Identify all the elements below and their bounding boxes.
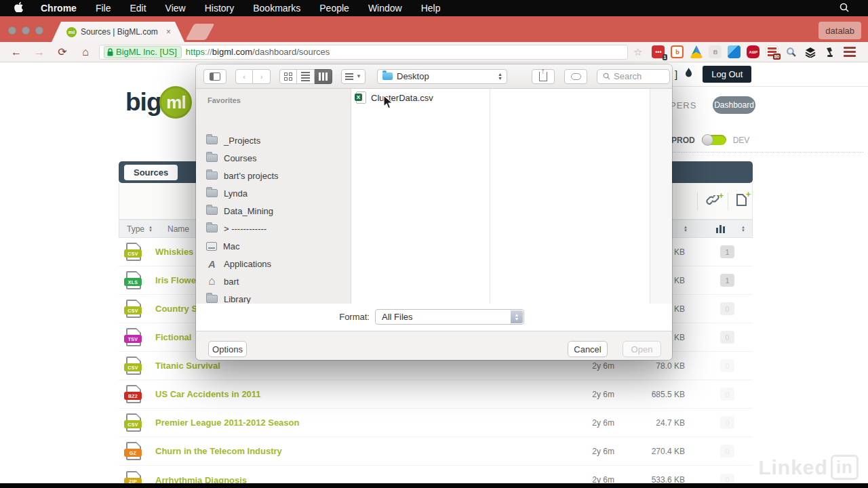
options-button[interactable]: Options bbox=[208, 341, 247, 357]
sidebar-item-projects[interactable]: _Projects bbox=[206, 134, 260, 147]
group-by-button[interactable]: ▼ bbox=[341, 69, 366, 84]
scroll-strip[interactable] bbox=[650, 89, 672, 304]
table-row[interactable]: CSV Premier League 2011-2012 Season 2y 6… bbox=[119, 409, 753, 437]
hard-drive-icon bbox=[206, 242, 217, 251]
cards-extension-icon[interactable] bbox=[728, 45, 741, 58]
b-extension-icon[interactable]: B bbox=[709, 45, 722, 58]
layers-extension-icon[interactable] bbox=[804, 45, 816, 58]
browser-tab[interactable]: ml Sources | BigML.com × bbox=[52, 22, 184, 42]
file-item-clusterdata[interactable]: ClusterData.csv bbox=[356, 91, 485, 104]
chrome-menu-icon[interactable] bbox=[844, 47, 856, 57]
tab-sources[interactable]: Sources bbox=[124, 165, 178, 180]
tab-close-icon[interactable]: × bbox=[166, 27, 171, 37]
create-inline-source-icon[interactable]: + bbox=[736, 194, 747, 209]
ev-security-badge[interactable]: BigML Inc. [US] bbox=[104, 46, 182, 58]
dataset-count-badge[interactable]: 1 bbox=[720, 274, 734, 287]
dataset-count-badge[interactable]: 0 bbox=[720, 331, 734, 344]
popup-stepper-icon: ▲▼ bbox=[498, 73, 502, 81]
sidebar-toggle-button[interactable] bbox=[203, 69, 226, 84]
dataset-count-badge[interactable]: 0 bbox=[720, 445, 734, 458]
back-nav-button[interactable]: ‹ bbox=[235, 69, 253, 84]
menubar-item-people[interactable]: People bbox=[319, 3, 349, 14]
forward-button[interactable]: → bbox=[33, 46, 46, 58]
sidebar-item-bart[interactable]: ⌂bart bbox=[206, 274, 239, 288]
menubar-item-window[interactable]: Window bbox=[368, 3, 402, 14]
window-controls bbox=[8, 26, 43, 35]
dataset-count-badge[interactable]: 0 bbox=[720, 302, 734, 315]
sidebar-item-library[interactable]: Library bbox=[206, 292, 251, 304]
sidebar-item-lynda[interactable]: Lynda bbox=[206, 186, 248, 200]
lastpass-extension-icon[interactable]: •••1 bbox=[652, 45, 665, 58]
sidebar-item-mac[interactable]: Mac bbox=[206, 239, 240, 253]
list-view-button[interactable] bbox=[297, 69, 315, 84]
reload-button[interactable]: ⟳ bbox=[56, 45, 69, 58]
count-sort-icon[interactable]: ▲▼ bbox=[741, 226, 745, 232]
zoom-window-button[interactable] bbox=[35, 26, 43, 35]
close-window-button[interactable] bbox=[8, 26, 16, 35]
lamp-extension-icon[interactable] bbox=[823, 45, 835, 58]
sidebar-item-dashes[interactable]: > ------------ bbox=[206, 222, 267, 235]
bigml-logo-text: big bbox=[125, 88, 161, 117]
apple-icon[interactable] bbox=[12, 2, 24, 14]
menubar-item-view[interactable]: View bbox=[165, 3, 186, 14]
file-type-icon: CSV bbox=[126, 413, 141, 432]
dialog-search-field[interactable]: Search bbox=[597, 69, 670, 84]
location-popup[interactable]: Desktop ▲▼ bbox=[377, 69, 507, 84]
name-column-header[interactable]: Name bbox=[167, 224, 189, 234]
tab-title: Sources | BigML.com bbox=[81, 27, 161, 37]
menubar-item-bookmarks[interactable]: Bookmarks bbox=[253, 3, 300, 14]
menubar-item-edit[interactable]: Edit bbox=[130, 3, 146, 14]
datasets-count-column-icon[interactable] bbox=[716, 225, 725, 233]
tags-button[interactable] bbox=[564, 69, 587, 84]
type-column-header[interactable]: Type bbox=[127, 224, 144, 234]
adblock-plus-extension-icon[interactable]: ABP bbox=[747, 45, 760, 58]
create-link-source-icon[interactable]: + bbox=[706, 195, 719, 207]
google-drive-extension-icon[interactable] bbox=[690, 45, 703, 58]
back-button[interactable]: ← bbox=[9, 46, 23, 58]
chrome-profile-chip[interactable]: datalab bbox=[818, 22, 861, 39]
sidebar-item-courses[interactable]: Courses bbox=[206, 151, 256, 165]
environment-toggle-row: PROD DEV bbox=[671, 135, 749, 145]
open-button[interactable]: Open bbox=[623, 341, 661, 357]
address-bar[interactable]: BigML Inc. [US] https://bigml.com/dashbo… bbox=[99, 45, 628, 60]
sidebar-item-barts-projects[interactable]: bart's projects bbox=[206, 169, 279, 182]
home-button[interactable]: ⌂ bbox=[79, 46, 92, 58]
column-view-button[interactable] bbox=[315, 69, 332, 84]
share-button[interactable] bbox=[532, 69, 555, 84]
sidebar-item-data-mining[interactable]: Data_Mining bbox=[206, 204, 273, 218]
format-popup[interactable]: All Files ▲▼ bbox=[375, 309, 524, 325]
new-tab-button[interactable] bbox=[186, 24, 215, 40]
bitly-extension-icon[interactable]: b bbox=[671, 45, 684, 58]
search-person-extension-icon[interactable] bbox=[785, 45, 797, 58]
size-sort-icon[interactable]: ▲▼ bbox=[684, 226, 688, 232]
table-row[interactable]: GZ Churn in the Telecom Industry 2y 6m 2… bbox=[119, 437, 753, 466]
type-sort-icon[interactable]: ▲▼ bbox=[149, 226, 153, 232]
folder-icon bbox=[206, 207, 218, 215]
menubar-item-chrome[interactable]: Chrome bbox=[41, 3, 77, 14]
forward-nav-button[interactable]: › bbox=[253, 69, 271, 84]
dataset-count-badge[interactable]: 0 bbox=[720, 388, 734, 401]
table-row[interactable]: BZ2 US Car Accidents in 2011 2y 6m 685.5… bbox=[119, 380, 753, 409]
icon-view-button[interactable] bbox=[279, 69, 297, 84]
prod-dev-toggle[interactable] bbox=[702, 135, 726, 145]
dataset-count-badge[interactable]: 0 bbox=[720, 359, 734, 372]
notes-extension-icon[interactable]: 80 bbox=[766, 45, 778, 58]
flame-icon[interactable] bbox=[684, 68, 693, 81]
open-file-dialog: ‹ › ▼ Desktop ▲▼ Search bbox=[196, 64, 672, 360]
dialog-toolbar: ‹ › ▼ Desktop ▲▼ Search bbox=[196, 64, 672, 89]
sidebar-item-applications[interactable]: AApplications bbox=[206, 257, 271, 270]
dashboard-button[interactable]: Dashboard bbox=[713, 96, 755, 114]
spotlight-search-icon[interactable] bbox=[840, 3, 849, 14]
bookmark-star-icon[interactable]: ☆ bbox=[633, 46, 642, 58]
toggle-knob[interactable] bbox=[702, 134, 713, 146]
dataset-count-badge[interactable]: 1 bbox=[720, 245, 734, 258]
menubar-item-help[interactable]: Help bbox=[421, 3, 441, 14]
cancel-button[interactable]: Cancel bbox=[568, 341, 608, 357]
dataset-count-badge[interactable]: 0 bbox=[720, 416, 734, 429]
logout-button[interactable]: Log Out bbox=[703, 66, 751, 83]
column-view-icon bbox=[319, 73, 328, 81]
menubar-item-history[interactable]: History bbox=[205, 3, 235, 14]
menubar-item-file[interactable]: File bbox=[96, 3, 111, 14]
minimize-window-button[interactable] bbox=[22, 26, 30, 35]
folder-icon bbox=[206, 136, 218, 144]
